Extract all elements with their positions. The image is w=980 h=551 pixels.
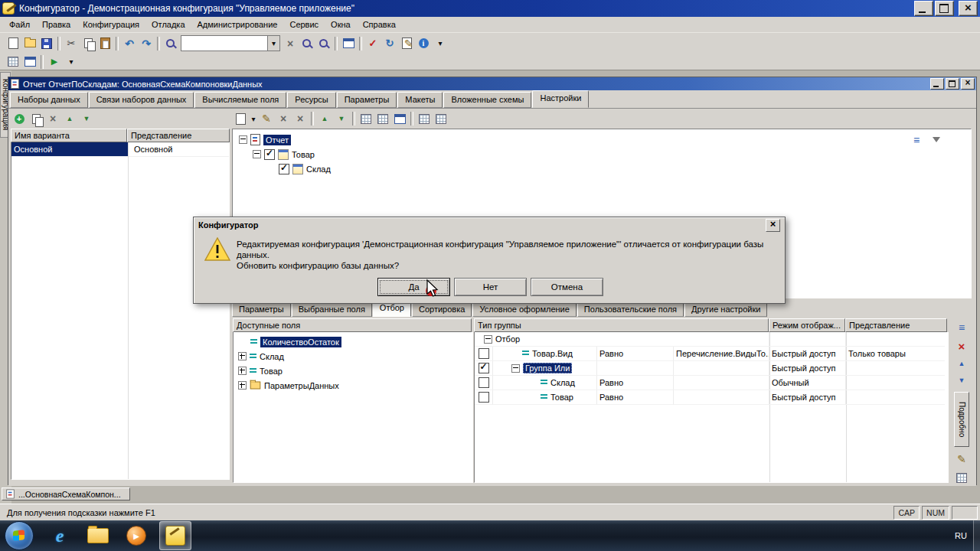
filter-presentation[interactable]	[846, 332, 945, 347]
filter-row-tovar-vid[interactable]: Товар.Вид Равно Перечисление.ВидыТо... Б…	[475, 347, 948, 361]
redo-icon[interactable]	[138, 36, 155, 51]
use-checkbox[interactable]	[479, 348, 489, 359]
variant-presentation[interactable]: Основной	[128, 145, 172, 154]
search-input[interactable]	[181, 36, 267, 51]
copy-icon[interactable]	[80, 36, 96, 51]
load-settings-icon[interactable]	[433, 111, 449, 126]
variants-header-presentation[interactable]: Представление	[127, 129, 230, 142]
update-config-icon[interactable]	[381, 36, 398, 51]
move-down-icon[interactable]	[78, 111, 95, 126]
minimized-window-tab[interactable]: ...ОсновнаяСхемаКомпон...	[2, 487, 130, 500]
syntax-check-icon[interactable]	[364, 36, 381, 51]
tab-data-sets[interactable]: Наборы данных	[10, 92, 88, 108]
filter-condition[interactable]	[597, 361, 674, 376]
grid-settings-icon[interactable]	[953, 471, 970, 484]
move-up-icon[interactable]	[316, 111, 333, 126]
filter-value[interactable]	[674, 390, 769, 405]
filter-header-group-type[interactable]: Тип группы	[474, 318, 769, 332]
structure-item[interactable]: Склад	[306, 165, 331, 174]
combo-dropdown-icon[interactable]	[267, 36, 279, 51]
tab-data-set-links[interactable]: Связи наборов данных	[89, 92, 194, 108]
menu-configuration[interactable]: Конфигурация	[77, 18, 145, 31]
filter-row-sklad[interactable]: Склад Равно Обычный	[475, 376, 948, 390]
filter-header-mode[interactable]: Режим отображ...	[769, 318, 845, 332]
clear-icon[interactable]	[292, 111, 309, 126]
structure-root[interactable]: Отчет	[263, 135, 291, 145]
uncheck-items-icon[interactable]	[374, 111, 391, 126]
group-checkbox[interactable]	[279, 164, 289, 174]
available-field[interactable]: ПараметрыДанных	[264, 381, 339, 390]
filter-condition[interactable]: Равно	[597, 347, 674, 361]
menu-edit[interactable]: Правка	[36, 18, 77, 31]
clear-search-icon[interactable]	[282, 36, 299, 51]
expander-icon[interactable]	[484, 335, 492, 344]
debug-dropdown-icon[interactable]	[63, 54, 80, 70]
tab-nested-schemas[interactable]: Вложенные схемы	[443, 92, 531, 108]
filter-presentation[interactable]	[846, 376, 945, 390]
filter-group[interactable]: Группа Или	[523, 363, 572, 373]
group-checkbox[interactable]	[264, 149, 275, 160]
add-element-icon[interactable]	[232, 111, 249, 126]
media-player-icon[interactable]: ▶	[121, 522, 152, 549]
doc-minimize-button[interactable]	[930, 78, 944, 90]
filter-row-group-or[interactable]: Группа Или Быстрый доступ	[475, 361, 948, 376]
move-down-icon[interactable]	[333, 111, 350, 126]
add-variant-icon[interactable]: +	[11, 111, 28, 126]
no-button[interactable]: Нет	[454, 278, 527, 296]
filter-mode[interactable]: Быстрый доступ	[769, 361, 846, 376]
explorer-folder-icon[interactable]	[83, 522, 113, 549]
restore-button[interactable]	[935, 1, 954, 16]
menu-file[interactable]: Файл	[3, 18, 36, 31]
tab-parameters[interactable]: Параметры	[337, 92, 397, 108]
tab-settings[interactable]: Настройки	[532, 90, 589, 108]
dialog-close-icon[interactable]	[766, 219, 780, 232]
move-up-icon[interactable]	[953, 358, 970, 369]
undo-icon[interactable]	[121, 36, 138, 51]
document-titlebar[interactable]: Отчет ОтчетПоСкладам: ОсновнаяСхемаКомпо…	[8, 77, 976, 90]
expander-icon[interactable]	[511, 364, 520, 373]
edit-icon[interactable]	[258, 111, 275, 126]
filter-icon[interactable]	[928, 132, 945, 148]
settings-tab-conditional[interactable]: Условное оформление	[472, 302, 576, 317]
variant-row[interactable]: Основной Основной	[11, 142, 229, 157]
delete-icon[interactable]	[953, 340, 970, 352]
details-button[interactable]: Подробно	[954, 392, 969, 448]
add-dropdown-icon[interactable]	[249, 111, 258, 126]
doc-close-button[interactable]	[961, 78, 975, 90]
add-icon[interactable]	[953, 321, 970, 334]
variant-name[interactable]: Основной	[11, 142, 128, 156]
find-next-icon[interactable]	[299, 36, 315, 51]
open-icon[interactable]	[21, 36, 38, 51]
filter-row-otbor[interactable]: Отбор	[475, 332, 948, 347]
available-fields-header[interactable]: Доступные поля	[233, 318, 472, 332]
filter-value[interactable]	[674, 361, 769, 376]
save-settings-icon[interactable]	[416, 111, 433, 126]
settings-tab-sorting[interactable]: Сортировка	[412, 302, 472, 317]
settings-tab-parameters[interactable]: Параметры	[232, 302, 291, 317]
start-debugging-icon[interactable]	[46, 54, 63, 70]
filter-value[interactable]	[674, 376, 769, 390]
filter-mode[interactable]	[769, 332, 846, 347]
find-icon[interactable]	[162, 36, 179, 51]
expander-icon[interactable]	[238, 367, 247, 375]
expander-icon[interactable]	[238, 381, 247, 390]
structure-item[interactable]: Товар	[292, 150, 315, 159]
more-dropdown-icon[interactable]	[432, 36, 449, 51]
dialog-titlebar[interactable]: Конфигуратор	[194, 217, 785, 233]
settings-tab-user-fields[interactable]: Пользовательские поля	[577, 302, 684, 317]
start-button[interactable]	[5, 521, 34, 550]
filter-value[interactable]: Перечисление.ВидыТо...	[674, 347, 769, 361]
available-field[interactable]: Товар	[260, 367, 283, 376]
menu-debug[interactable]: Отладка	[145, 18, 191, 31]
check-items-icon[interactable]	[358, 111, 374, 126]
window-titlebar[interactable]: Конфигуратор - Демонстрационная конфигур…	[0, 0, 980, 17]
menu-service[interactable]: Сервис	[283, 18, 325, 31]
1c-configurator-icon[interactable]	[159, 521, 191, 550]
expander-icon[interactable]	[253, 150, 261, 158]
search-combo[interactable]	[181, 35, 280, 51]
tab-templates[interactable]: Макеты	[397, 92, 443, 108]
show-desktop-button[interactable]	[973, 520, 980, 551]
edit-settings-icon[interactable]	[953, 453, 970, 465]
delete-variant-icon[interactable]	[44, 111, 61, 126]
menu-help[interactable]: Справка	[357, 18, 402, 31]
